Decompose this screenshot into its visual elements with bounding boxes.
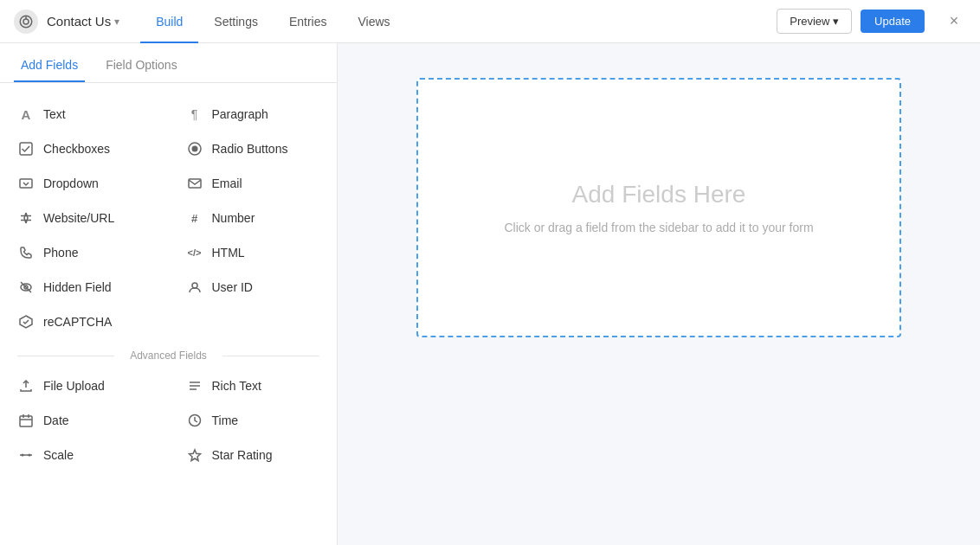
field-hidden[interactable]: Hidden Field: [0, 270, 169, 305]
field-row-url-number: Website/URL # Number: [0, 201, 337, 235]
field-row-check-radio: Checkboxes Radio Buttons: [0, 131, 337, 166]
field-fileupload[interactable]: File Upload: [0, 369, 169, 403]
svg-point-24: [22, 454, 24, 457]
phone-icon: [17, 244, 35, 261]
field-phone-label: Phone: [43, 246, 78, 260]
text-icon: A: [17, 106, 35, 123]
field-scale-label: Scale: [43, 448, 74, 462]
field-html-label: HTML: [212, 246, 245, 260]
field-row-text-paragraph: A Text ¶ Paragraph: [0, 97, 337, 131]
field-row-phone-html: Phone </> HTML: [0, 235, 337, 270]
form-canvas: Add Fields Here Click or drag a field fr…: [416, 78, 901, 337]
field-checkboxes-label: Checkboxes: [43, 142, 110, 156]
title-chevron[interactable]: ▾: [114, 16, 119, 28]
main-nav: Build Settings Entries Views: [140, 0, 777, 43]
paragraph-icon: ¶: [186, 106, 203, 123]
field-phone[interactable]: Phone: [0, 235, 169, 270]
field-email-label: Email: [212, 176, 242, 190]
header: Contact Us ▾ Build Settings Entries View…: [0, 0, 980, 43]
userid-icon: [186, 279, 203, 296]
scale-icon: [17, 446, 35, 464]
number-icon: #: [186, 209, 203, 227]
svg-rect-7: [189, 179, 201, 188]
field-website[interactable]: Website/URL: [0, 201, 169, 235]
field-date-label: Date: [43, 414, 69, 427]
close-button[interactable]: ×: [942, 10, 966, 34]
nav-views[interactable]: Views: [343, 0, 406, 43]
field-row-hidden-userid: Hidden Field User ID: [0, 270, 337, 305]
field-radio-label: Radio Buttons: [212, 142, 288, 156]
nav-build[interactable]: Build: [140, 0, 198, 43]
preview-button[interactable]: Preview ▾: [777, 9, 852, 34]
svg-point-1: [23, 19, 29, 24]
nav-settings[interactable]: Settings: [198, 0, 274, 43]
field-starrating-label: Star Rating: [212, 448, 273, 462]
field-row-date-time: Date Time: [0, 403, 337, 438]
field-fileupload-label: File Upload: [43, 379, 105, 393]
svg-point-5: [191, 146, 197, 152]
field-dropdown[interactable]: Dropdown: [0, 166, 169, 201]
field-radio[interactable]: Radio Buttons: [169, 131, 338, 166]
field-paragraph[interactable]: ¶ Paragraph: [169, 97, 338, 131]
field-number-label: Number: [212, 211, 255, 225]
fields-grid: A Text ¶ Paragraph Checkboxes: [0, 83, 337, 486]
nav-entries[interactable]: Entries: [274, 0, 343, 43]
field-richtext-label: Rich Text: [212, 379, 261, 393]
canvas-subtitle: Click or drag a field from the sidebar t…: [504, 221, 813, 234]
main-content: Add Fields Here Click or drag a field fr…: [338, 43, 980, 545]
fileupload-icon: [17, 377, 35, 394]
time-icon: [186, 412, 203, 429]
field-checkboxes[interactable]: Checkboxes: [0, 131, 169, 166]
layout: Add Fields Field Options A Text ¶ Paragr…: [0, 43, 980, 545]
svg-rect-6: [20, 179, 32, 188]
recaptcha-icon: [17, 313, 35, 330]
field-row-dropdown-email: Dropdown Email: [0, 166, 337, 201]
canvas-title: Add Fields Here: [572, 181, 746, 208]
svg-marker-26: [189, 450, 200, 461]
field-number[interactable]: # Number: [169, 201, 338, 235]
tab-add-fields[interactable]: Add Fields: [14, 58, 85, 82]
update-button[interactable]: Update: [861, 10, 925, 33]
form-title: Contact Us: [47, 14, 111, 29]
radio-icon: [186, 140, 203, 157]
app-logo: [14, 10, 38, 34]
field-html[interactable]: </> HTML: [169, 235, 338, 270]
hidden-icon: [17, 279, 35, 296]
field-row-recaptcha: reCAPTCHA: [0, 305, 337, 339]
svg-point-13: [192, 283, 197, 288]
html-icon: </>: [186, 244, 203, 261]
svg-rect-3: [20, 143, 32, 155]
website-icon: [17, 209, 35, 227]
field-date[interactable]: Date: [0, 403, 169, 438]
field-paragraph-label: Paragraph: [212, 107, 268, 121]
starrating-icon: [186, 446, 203, 464]
svg-point-25: [29, 454, 31, 457]
field-userid[interactable]: User ID: [169, 270, 338, 305]
field-time[interactable]: Time: [169, 403, 338, 438]
date-icon: [17, 412, 35, 429]
email-icon: [186, 175, 203, 192]
header-actions: Preview ▾ Update ×: [777, 9, 966, 34]
field-text-label: Text: [43, 107, 66, 121]
sidebar-tabs: Add Fields Field Options: [0, 43, 337, 83]
richtext-icon: [186, 377, 203, 394]
advanced-fields-divider: Advanced Fields: [0, 339, 337, 369]
field-row-upload-richtext: File Upload Rich Text: [0, 369, 337, 403]
svg-rect-18: [20, 416, 32, 426]
field-userid-label: User ID: [212, 280, 253, 294]
field-richtext[interactable]: Rich Text: [169, 369, 338, 403]
field-recaptcha[interactable]: reCAPTCHA: [0, 305, 186, 339]
field-scale[interactable]: Scale: [0, 438, 169, 472]
sidebar: Add Fields Field Options A Text ¶ Paragr…: [0, 43, 338, 545]
checkboxes-icon: [17, 140, 35, 157]
tab-field-options[interactable]: Field Options: [99, 58, 184, 82]
field-row-scale-star: Scale Star Rating: [0, 438, 337, 472]
field-time-label: Time: [212, 414, 239, 427]
advanced-section-label: Advanced Fields: [130, 349, 207, 362]
dropdown-icon: [17, 175, 35, 192]
field-text[interactable]: A Text: [0, 97, 169, 131]
field-website-label: Website/URL: [43, 211, 114, 225]
field-email[interactable]: Email: [169, 166, 338, 201]
field-starrating[interactable]: Star Rating: [169, 438, 338, 472]
field-recaptcha-label: reCAPTCHA: [43, 315, 112, 329]
